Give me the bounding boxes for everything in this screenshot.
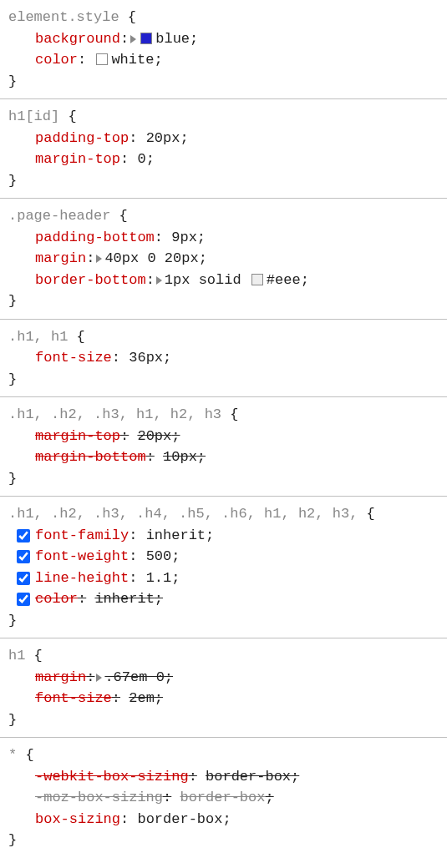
property-name[interactable]: color [35,52,78,68]
expand-shorthand-icon[interactable] [156,276,162,285]
selector[interactable]: .h2 [51,406,77,422]
property-value[interactable]: 500 [146,548,172,564]
selector[interactable]: h1 [8,648,25,664]
expand-shorthand-icon[interactable] [96,255,102,263]
property-name[interactable]: margin [35,250,86,266]
selector[interactable]: h1[id] [8,108,59,124]
property-name[interactable]: box-sizing [35,811,120,827]
css-declaration[interactable]: margin-top: 20px; [8,426,439,447]
expand-shorthand-icon[interactable] [130,35,136,43]
expand-shorthand-icon[interactable] [96,674,102,682]
property-name[interactable]: padding-top [35,130,129,146]
selector[interactable]: .h4 [136,506,162,522]
property-value[interactable]: 2em [129,690,155,706]
selector[interactable]: h2 [170,406,187,422]
css-declaration[interactable]: -moz-box-sizing: border-box; [8,787,439,809]
property-value[interactable]: inherit [146,527,206,543]
css-declaration[interactable]: font-size: 36px; [8,347,439,369]
css-declaration[interactable]: line-height: 1.1; [8,568,439,589]
property-value[interactable]: inherit [94,591,154,607]
css-rule[interactable]: element.style {background:blue;color: wh… [0,0,447,99]
css-declaration[interactable]: font-family: inherit; [8,525,439,547]
property-value[interactable]: 20px [146,130,180,146]
css-declaration[interactable]: color: white; [8,49,439,71]
selector[interactable]: .h2 [51,506,77,522]
selector[interactable]: .h1 [8,406,34,422]
property-value[interactable]: 20px [137,428,171,444]
property-name[interactable]: -moz-box-sizing [35,790,163,805]
property-value[interactable]: border-box [206,769,291,785]
selector[interactable]: h3 [205,406,221,422]
css-declaration[interactable]: box-sizing: border-box; [8,809,439,830]
property-value[interactable]: white [111,52,154,68]
property-name[interactable]: color [35,591,78,607]
css-rule[interactable]: .h1, h1 {font-size: 36px;} [0,320,447,398]
toggle-declaration-checkbox[interactable] [17,529,30,542]
toggle-declaration-checkbox[interactable] [17,550,30,563]
css-rule[interactable]: .h1, .h2, .h3, .h4, .h5, .h6, h1, h2, h3… [0,497,447,638]
property-value[interactable]: 10px [163,449,197,465]
css-declaration[interactable]: -webkit-box-sizing: border-box; [8,766,439,788]
property-name[interactable]: font-family [35,527,129,543]
property-value[interactable]: .67em 0 [104,669,164,685]
property-value[interactable]: 1.1 [146,570,172,586]
css-rule[interactable]: h1 {margin:.67em 0;font-size: 2em;} [0,638,447,738]
css-declaration[interactable]: background:blue; [8,28,439,50]
css-declaration[interactable]: margin:40px 0 20px; [8,248,439,270]
toggle-declaration-checkbox[interactable] [17,593,30,606]
property-value[interactable]: border-box [137,811,222,827]
css-declaration[interactable]: padding-bottom: 9px; [8,227,439,249]
property-name[interactable]: background [35,31,120,47]
selector[interactable]: h3 [333,506,349,522]
css-declaration[interactable]: margin-top: 0; [8,149,439,170]
selector-line[interactable]: .h1, .h2, .h3, .h4, .h5, .h6, h1, h2, h3… [8,503,439,525]
selector-line[interactable]: h1[id] { [8,106,439,128]
property-name[interactable]: margin-top [35,428,120,444]
color-swatch[interactable] [140,33,152,44]
css-declaration[interactable]: padding-top: 20px; [8,128,439,149]
toggle-declaration-checkbox[interactable] [17,572,30,585]
css-declaration[interactable]: border-bottom:1px solid #eee; [8,270,439,291]
property-value[interactable]: 40px 0 20px [104,250,198,266]
color-swatch[interactable] [251,274,263,285]
css-rule[interactable]: h1[id] {padding-top: 20px;margin-top: 0;… [0,99,447,199]
property-value[interactable]: border-box [180,790,265,805]
css-rule[interactable]: .h1, .h2, .h3, h1, h2, h3 {margin-top: 2… [0,397,447,497]
css-rule[interactable]: * {-webkit-box-sizing: border-box;-moz-b… [0,738,447,858]
selector[interactable]: h2 [298,506,315,522]
selector-line[interactable]: .h1, h1 { [8,326,439,348]
property-name[interactable]: -webkit-box-sizing [35,769,189,785]
selector-line[interactable]: .h1, .h2, .h3, h1, h2, h3 { [8,404,439,426]
color-swatch[interactable] [96,53,108,65]
property-name[interactable]: line-height [35,570,129,586]
property-name[interactable]: font-weight [35,548,129,564]
property-name[interactable]: padding-bottom [35,230,155,245]
css-declaration[interactable]: margin-bottom: 10px; [8,447,439,468]
property-name[interactable]: font-size [35,350,112,366]
selector[interactable]: .h5 [179,506,205,522]
property-name[interactable]: margin-bottom [35,449,146,465]
selector[interactable]: .h3 [94,506,119,522]
property-value[interactable]: #eee [267,272,301,288]
selector[interactable]: element.style [8,9,119,25]
selector-line[interactable]: element.style { [8,7,439,28]
selector[interactable]: h1 [136,406,153,422]
selector[interactable]: .h1 [8,506,34,522]
selector[interactable]: h1 [264,506,281,522]
css-declaration[interactable]: margin:.67em 0; [8,667,439,689]
selector[interactable]: .h1 [8,329,34,345]
selector-line[interactable]: .page-header { [8,205,439,227]
selector-line[interactable]: h1 { [8,645,439,667]
css-declaration[interactable]: font-size: 2em; [8,688,439,709]
selector[interactable]: .h6 [221,506,247,522]
property-name[interactable]: margin-top [35,151,120,167]
selector-line[interactable]: * { [8,744,439,766]
css-declaration[interactable]: font-weight: 500; [8,546,439,568]
property-name[interactable]: font-size [35,690,112,706]
property-name[interactable]: margin [35,669,86,685]
property-value[interactable]: blue [155,31,190,47]
property-value[interactable]: 9px [171,230,197,245]
selector[interactable]: .page-header [8,208,110,224]
property-value[interactable]: 36px [129,350,163,366]
selector[interactable]: h1 [51,329,68,345]
